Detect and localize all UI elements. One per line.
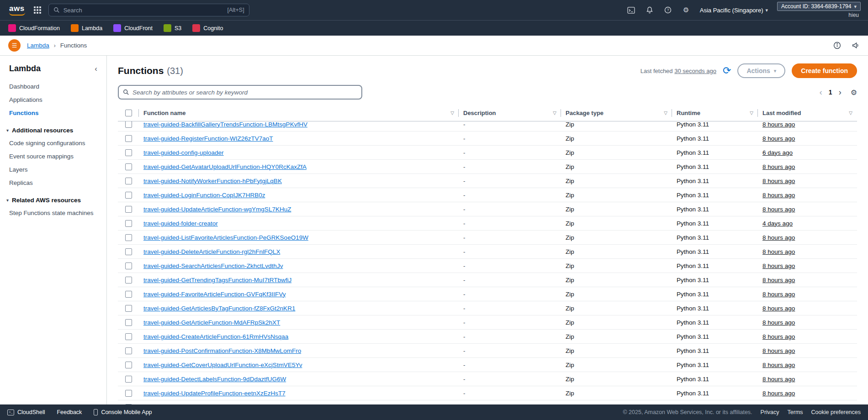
row-checkbox[interactable] [125, 404, 132, 405]
function-name-link[interactable]: travel-guided-ListArticlesFunction-BfBfG… [143, 404, 278, 405]
sidebar-item-event-source-mappings[interactable]: Event source mappings [0, 150, 106, 163]
function-name-link[interactable]: travel-guided-PostConfirmationFunction-X… [143, 347, 301, 354]
next-page-icon[interactable]: › [839, 88, 842, 96]
row-checkbox[interactable] [125, 333, 132, 340]
terms-link[interactable]: Terms [788, 409, 803, 415]
services-grid-icon[interactable] [34, 6, 41, 14]
function-name-link[interactable]: travel-guided-ListFavoriteArticlesFuncti… [143, 234, 308, 241]
notifications-bell-icon[interactable] [645, 5, 654, 15]
function-description: - [459, 121, 561, 128]
row-checkbox[interactable] [125, 319, 132, 326]
row-checkbox[interactable] [125, 390, 132, 397]
function-name-link[interactable]: travel-guided-BackfillGalleryTrendsFunct… [143, 121, 307, 128]
last-fetched-link[interactable]: 30 seconds ago [674, 68, 716, 74]
function-name-link[interactable]: travel-guided-DeleteArticleFunction-rgl2… [143, 248, 280, 255]
global-search[interactable]: [Alt+S] [48, 4, 249, 16]
function-package-type: Zip [561, 220, 672, 227]
function-name-link[interactable]: travel-guided-UpdateProfileFunction-eetn… [143, 390, 286, 397]
privacy-link[interactable]: Privacy [761, 409, 779, 415]
cloudshell-icon[interactable] [627, 5, 636, 15]
row-checkbox[interactable] [125, 376, 132, 383]
settings-gear-icon[interactable]: ⚙ [682, 5, 691, 15]
cookie-preferences-link[interactable]: Cookie preferences [811, 409, 861, 415]
sidebar-collapse-icon[interactable]: ‹ [95, 64, 97, 74]
sidebar-item-step-functions[interactable]: Step Functions state machines [0, 206, 106, 220]
sidebar-item-replicas[interactable]: Replicas [0, 176, 106, 189]
row-checkbox[interactable] [125, 277, 132, 284]
row-checkbox[interactable] [125, 206, 132, 213]
function-name-link[interactable]: travel-guided-CreateArticleFunction-61Rm… [143, 333, 288, 340]
row-checkbox[interactable] [125, 163, 132, 170]
function-name-link[interactable]: travel-guided-config-uploader [143, 149, 224, 156]
function-name-link[interactable]: travel-guided-RegisterFunction-WIZ26zTV7… [143, 135, 273, 142]
favorite-service-link[interactable]: CloudFront [113, 24, 153, 32]
function-name-link[interactable]: travel-guided-GetCoverUploadUrlFunction-… [143, 362, 302, 368]
table-preferences-gear-icon[interactable]: ⚙ [851, 88, 857, 97]
create-function-button[interactable]: Create function [792, 63, 857, 78]
function-runtime: Python 3.11 [672, 248, 758, 255]
row-checkbox[interactable] [125, 121, 132, 128]
functions-search[interactable] [118, 85, 362, 100]
aws-logo[interactable]: aws [7, 4, 26, 16]
sidebar-item-functions[interactable]: Functions [0, 106, 106, 120]
favorite-service-link[interactable]: CloudFormation [8, 24, 60, 32]
function-name-link[interactable]: travel-guided-GetArticlesByTagFunction-f… [143, 305, 295, 312]
sort-icon[interactable]: ▽ [450, 110, 454, 116]
sort-icon[interactable]: ▽ [750, 110, 753, 116]
function-name-link[interactable]: travel-guided-GetTrendingTagsFunction-Mu… [143, 277, 291, 284]
row-checkbox[interactable] [125, 192, 132, 199]
row-checkbox[interactable] [125, 234, 132, 241]
page-number[interactable]: 1 [829, 89, 832, 96]
sort-icon[interactable]: ▽ [849, 110, 852, 116]
sidebar-section-related-aws-resources[interactable]: ▾ Related AWS resources [0, 189, 106, 206]
row-checkbox[interactable] [125, 362, 132, 368]
row-checkbox[interactable] [125, 262, 132, 269]
function-last-modified: 8 hours ago [762, 291, 795, 298]
account-menu-button[interactable]: Account ID: 3364-6839-1794 ▾ [777, 2, 861, 11]
sidebar-item-applications[interactable]: Applications [0, 93, 106, 106]
functions-search-input[interactable] [132, 89, 357, 96]
feedback-button[interactable]: Feedback [57, 409, 82, 415]
function-name-link[interactable]: travel-guided-FavoriteArticleFunction-GV… [143, 291, 286, 298]
row-checkbox[interactable] [125, 305, 132, 312]
row-checkbox[interactable] [125, 248, 132, 255]
global-search-input[interactable] [64, 7, 224, 14]
breadcrumb-lambda-link[interactable]: Lambda [27, 42, 49, 49]
help-icon[interactable]: ? [663, 5, 672, 15]
function-name-link[interactable]: travel-guided-SearchArticlesFunction-Zkh… [143, 262, 283, 269]
sort-icon[interactable]: ▽ [553, 110, 556, 116]
function-name-link[interactable]: travel-guided-DetectLabelsFunction-9dDda… [143, 376, 286, 383]
previous-page-icon[interactable]: ‹ [820, 88, 822, 96]
announcements-icon[interactable] [851, 41, 860, 50]
function-name-link[interactable]: travel-guided-NotifyWorkerFunction-hPbFy… [143, 178, 282, 184]
favorite-service-link[interactable]: Lambda [71, 24, 102, 32]
sort-icon[interactable]: ▽ [664, 110, 667, 116]
info-panel-icon[interactable] [832, 41, 842, 50]
sidebar-item-layers[interactable]: Layers [0, 163, 106, 176]
side-menu-icon[interactable]: ☰ [8, 39, 21, 52]
function-name-link[interactable]: travel-guided-GetArticleFunction-MdAFRpS… [143, 319, 280, 326]
select-all-checkbox[interactable] [125, 110, 132, 116]
function-description: - [459, 149, 561, 156]
refresh-button[interactable]: ⟳ [723, 66, 731, 76]
function-name-link[interactable]: travel-guided-folder-creator [143, 220, 218, 227]
sidebar: Lambda ‹ Dashboard Applications Function… [0, 56, 107, 404]
sidebar-item-code-signing[interactable]: Code signing configurations [0, 136, 106, 150]
favorite-service-link[interactable]: S3 [164, 24, 181, 32]
console-mobile-app-button[interactable]: Console Mobile App [94, 409, 152, 415]
row-checkbox[interactable] [125, 220, 132, 227]
row-checkbox[interactable] [125, 178, 132, 184]
row-checkbox[interactable] [125, 347, 132, 354]
actions-button[interactable]: Actions ▾ [737, 63, 785, 78]
function-name-link[interactable]: travel-guided-LoginFunction-CopIJK7HRB0z [143, 192, 265, 199]
sidebar-item-dashboard[interactable]: Dashboard [0, 80, 106, 93]
row-checkbox[interactable] [125, 149, 132, 156]
favorite-service-link[interactable]: Cognito [192, 24, 223, 32]
function-name-link[interactable]: travel-guided-UpdateArticleFunction-wgYm… [143, 206, 291, 213]
region-selector[interactable]: Asia Pacific (Singapore) ▾ [700, 7, 768, 14]
row-checkbox[interactable] [125, 291, 132, 298]
sidebar-section-additional-resources[interactable]: ▾ Additional resources [0, 120, 106, 136]
row-checkbox[interactable] [125, 135, 132, 142]
cloudshell-footer-button[interactable]: >_ CloudShell [7, 409, 45, 415]
function-name-link[interactable]: travel-guided-GetAvatarUploadUrlFunction… [143, 163, 307, 170]
